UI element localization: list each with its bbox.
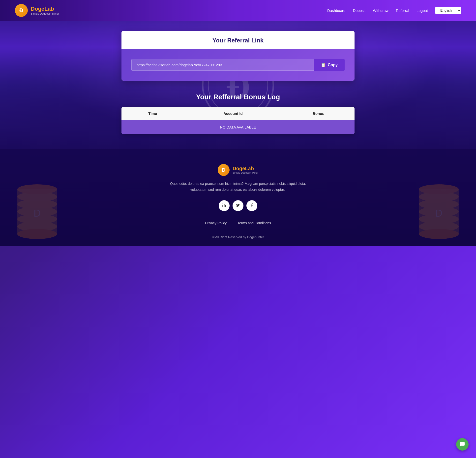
social-icons	[151, 200, 325, 211]
footer-logo-subtitle: Simple Dogecoin Miner	[233, 171, 258, 174]
logo-subtitle: Simple Dogecoin Miner	[31, 12, 59, 15]
social-facebook[interactable]	[246, 200, 257, 211]
nav-withdraw[interactable]: Withdraw	[373, 8, 388, 13]
svg-point-11	[17, 229, 57, 239]
no-data-row: NO DATA AVAILABLE	[121, 120, 355, 134]
nav-logout[interactable]: Logout	[416, 8, 428, 13]
referral-card: Your Referral Link 📋 Copy	[121, 31, 355, 81]
footer-coins-left: Ð	[0, 149, 74, 246]
svg-point-18	[419, 192, 459, 202]
col-bonus: Bonus	[282, 107, 355, 120]
svg-point-19	[419, 184, 459, 194]
chat-bubble[interactable]	[456, 438, 469, 451]
svg-point-5	[17, 214, 57, 224]
footer-logo-area: Ð DogeLab Simple Dogecoin Miner	[151, 164, 325, 176]
svg-rect-20	[419, 189, 459, 234]
svg-point-8	[17, 192, 57, 202]
svg-point-9	[17, 184, 57, 194]
svg-point-23	[222, 203, 223, 204]
language-select[interactable]: English Spanish French German Chinese	[435, 7, 461, 14]
svg-text:Ð: Ð	[34, 208, 41, 219]
privacy-policy-link[interactable]: Privacy Policy	[205, 221, 227, 225]
referral-link-input[interactable]	[131, 59, 314, 71]
referral-title: Your Referral Link	[121, 37, 355, 44]
copy-icon: 📋	[321, 63, 326, 67]
svg-point-21	[419, 229, 459, 239]
bonus-table: Time Account Id Bonus NO DATA AVAILABLE	[121, 107, 355, 134]
linkedin-icon	[222, 203, 226, 208]
social-linkedin[interactable]	[219, 200, 230, 211]
footer: Ð Ð Ð DogeLab Simple Dogecoin Miner Quos…	[0, 149, 476, 246]
footer-description: Quos odio, dolores ea praesentium hic mi…	[169, 181, 307, 193]
svg-point-15	[419, 214, 459, 224]
main-background: Ð Your Referral Link 📋 Copy Your Refferr…	[0, 21, 476, 149]
footer-logo-icon: Ð	[218, 164, 230, 176]
main-content: Your Referral Link 📋 Copy Your Refferral…	[117, 21, 359, 149]
svg-point-6	[17, 207, 57, 217]
footer-logo-text: DogeLab Simple Dogecoin Miner	[233, 166, 258, 174]
main-nav: Dashboard Deposit Withdraw Referral Logo…	[327, 7, 461, 14]
no-data-message: NO DATA AVAILABLE	[121, 120, 355, 134]
svg-text:Ð: Ð	[435, 208, 443, 219]
terms-conditions-link[interactable]: Terms and Conditions	[238, 221, 271, 225]
col-account-id: Account Id	[184, 107, 282, 120]
footer-content: Ð DogeLab Simple Dogecoin Miner Quos odi…	[151, 164, 325, 239]
col-time: Time	[121, 107, 184, 120]
logo-text: DogeLab Simple Dogecoin Miner	[31, 6, 59, 15]
footer-separator	[151, 230, 325, 230]
nav-referral[interactable]: Referral	[396, 8, 409, 13]
nav-dashboard[interactable]: Dashboard	[327, 8, 345, 13]
chat-icon	[459, 441, 465, 447]
logo-icon: Ð	[15, 4, 28, 17]
svg-point-3	[17, 229, 57, 239]
footer-links: Privacy Policy | Terms and Conditions	[151, 221, 325, 225]
footer-coins-right: Ð	[402, 149, 476, 246]
social-twitter[interactable]	[233, 200, 243, 211]
svg-point-13	[419, 229, 459, 239]
copy-button[interactable]: 📋 Copy	[314, 59, 345, 71]
footer-copyright: © All Right Reserved by Dogehunter	[151, 235, 325, 239]
svg-point-14	[419, 222, 459, 231]
svg-point-16	[419, 207, 459, 217]
footer-logo-title: DogeLab	[233, 166, 258, 171]
nav-deposit[interactable]: Deposit	[353, 8, 365, 13]
bonus-log-title: Your Refferral Bonus Log	[121, 93, 355, 101]
referral-card-body: 📋 Copy	[121, 49, 355, 81]
svg-point-4	[17, 222, 57, 231]
twitter-icon	[236, 203, 240, 208]
bonus-table-head: Time Account Id Bonus	[121, 107, 355, 120]
svg-point-17	[419, 199, 459, 209]
bonus-table-header-row: Time Account Id Bonus	[121, 107, 355, 120]
logo-title: DogeLab	[31, 6, 59, 12]
facebook-icon	[250, 203, 254, 208]
bonus-table-body: NO DATA AVAILABLE	[121, 120, 355, 134]
footer-link-separator: |	[232, 221, 233, 225]
svg-rect-10	[17, 189, 57, 234]
referral-card-header: Your Referral Link	[121, 31, 355, 49]
header: Ð DogeLab Simple Dogecoin Miner Dashboar…	[0, 0, 476, 21]
svg-point-7	[17, 199, 57, 209]
logo-area: Ð DogeLab Simple Dogecoin Miner	[15, 4, 59, 17]
